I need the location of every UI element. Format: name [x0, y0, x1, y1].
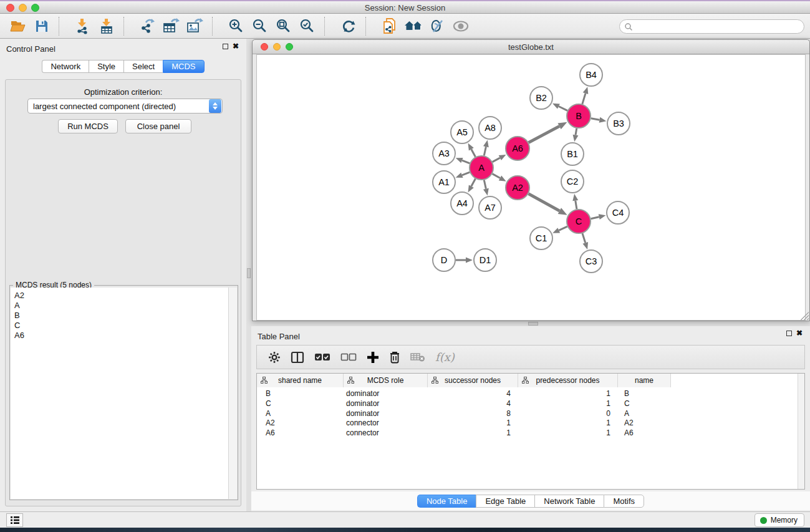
column-header-predecessor-nodes[interactable]: predecessor nodes [518, 374, 618, 387]
edge-A-A7[interactable] [484, 180, 486, 189]
node-B[interactable]: B [567, 104, 591, 128]
node-A7[interactable]: A7 [479, 196, 501, 219]
network-window-titlebar[interactable]: testGlobe.txt [253, 40, 809, 54]
node-C1[interactable]: C1 [530, 227, 552, 249]
cell-MCDS-role[interactable]: dominator [344, 409, 428, 418]
close-panel-icon[interactable]: ✖ [796, 331, 803, 336]
node-A2[interactable]: A2 [506, 176, 529, 200]
column-header-name[interactable]: name [618, 374, 671, 387]
edge-C-C3[interactable] [582, 233, 586, 243]
edge-B-B2[interactable] [559, 106, 567, 110]
zoom-fit-icon[interactable] [272, 16, 296, 36]
cell-shared-name[interactable]: A [257, 409, 344, 418]
tab-node-table[interactable]: Node Table [417, 495, 476, 508]
cell-shared-name[interactable]: C [257, 399, 344, 409]
edge-B-B3[interactable] [591, 118, 600, 120]
node-A3[interactable]: A3 [433, 142, 455, 165]
horizontal-splitter[interactable] [251, 321, 810, 326]
table-row[interactable]: Cdominator41C [257, 399, 671, 409]
run-mcds-button[interactable]: Run MCDS [58, 119, 118, 133]
splitter-handle[interactable] [528, 322, 538, 326]
result-scrollbar[interactable] [229, 288, 237, 499]
node-B3[interactable]: B3 [607, 112, 630, 135]
memory-button[interactable]: Memory [755, 513, 804, 527]
split-columns-icon[interactable] [291, 348, 304, 367]
node-D[interactable]: D [433, 249, 455, 271]
export-image-icon[interactable] [183, 16, 207, 36]
edge-A-A2[interactable] [493, 174, 500, 178]
edge-C-C1[interactable] [559, 226, 567, 230]
node-A8[interactable]: A8 [479, 117, 501, 139]
column-header-shared-name[interactable]: shared name [257, 374, 344, 387]
resize-grip-icon[interactable] [801, 312, 809, 320]
result-item[interactable]: A6 [14, 331, 228, 341]
node-B4[interactable]: B4 [580, 64, 602, 86]
edge-B-B1[interactable] [576, 128, 577, 135]
network-graph[interactable]: AA1A2A3A4A5A6A7A8BB1B2B3B4CC1C2C3C4DD1 [257, 55, 805, 320]
node-B2[interactable]: B2 [530, 87, 552, 109]
apply-layout-icon[interactable] [337, 16, 360, 36]
node-C2[interactable]: C2 [561, 170, 584, 193]
tab-mcds[interactable]: MCDS [163, 60, 204, 73]
edge-C-C4[interactable] [591, 217, 599, 219]
delete-table-icon[interactable] [410, 348, 425, 367]
edge-A2-C[interactable] [529, 194, 560, 211]
cell-name[interactable]: C [618, 399, 671, 409]
cell-predecessor-nodes[interactable]: 1 [518, 399, 618, 409]
splitter-handle[interactable] [247, 268, 251, 278]
cell-name[interactable]: A6 [618, 428, 671, 438]
network-canvas[interactable]: AA1A2A3A4A5A6A7A8BB1B2B3B4CC1C2C3C4DD1 [256, 54, 806, 321]
node-D1[interactable]: D1 [474, 249, 496, 271]
gear-icon[interactable] [268, 348, 281, 367]
tab-network[interactable]: Network [42, 60, 89, 73]
edge-A-A6[interactable] [493, 158, 500, 162]
save-session-icon[interactable] [30, 16, 54, 36]
cell-MCDS-role[interactable]: dominator [344, 399, 428, 409]
table-scrollbar[interactable] [798, 374, 804, 489]
node-A5[interactable]: A5 [451, 121, 473, 143]
node-B1[interactable]: B1 [561, 143, 584, 165]
result-item[interactable]: C [14, 321, 228, 331]
node-A1[interactable]: A1 [433, 171, 455, 193]
deselect-checks-icon[interactable] [340, 348, 357, 367]
show-graphics-icon[interactable] [449, 16, 473, 36]
cell-name[interactable]: A [618, 409, 671, 418]
export-network-icon[interactable] [136, 16, 160, 36]
tab-style[interactable]: Style [89, 60, 123, 73]
cell-MCDS-role[interactable]: dominator [344, 389, 428, 399]
cell-shared-name[interactable]: A2 [257, 418, 344, 428]
result-item[interactable]: A [14, 301, 228, 311]
node-A[interactable]: A [470, 156, 493, 180]
close-panel-icon[interactable]: ✖ [233, 44, 239, 49]
node-A4[interactable]: A4 [451, 192, 473, 215]
cell-successor-nodes[interactable]: 1 [428, 418, 518, 428]
edge-A-A1[interactable] [462, 172, 470, 175]
edge-A-A5[interactable] [471, 149, 476, 157]
float-panel-icon[interactable] [223, 44, 228, 49]
cell-MCDS-role[interactable]: connector [344, 428, 428, 438]
open-file-icon[interactable] [6, 16, 30, 36]
cell-successor-nodes[interactable]: 4 [428, 389, 518, 399]
import-table-icon[interactable] [95, 16, 118, 36]
cell-predecessor-nodes[interactable]: 1 [518, 389, 618, 399]
zoom-out-icon[interactable] [248, 16, 272, 36]
function-builder-icon[interactable]: f(x) [435, 348, 455, 367]
table-row[interactable]: A6connector11A6 [257, 428, 671, 438]
column-header-MCDS-role[interactable]: MCDS role [344, 374, 428, 387]
tab-network-table[interactable]: Network Table [534, 495, 604, 508]
new-network-from-selection-icon[interactable] [378, 16, 402, 36]
edge-A6-B[interactable] [529, 126, 559, 142]
node-C[interactable]: C [567, 210, 591, 233]
tab-edge-table[interactable]: Edge Table [476, 495, 534, 508]
edge-A-A4[interactable] [471, 179, 476, 186]
float-panel-icon[interactable] [786, 331, 792, 336]
table-row[interactable]: Bdominator41B [257, 389, 671, 399]
cell-predecessor-nodes[interactable]: 1 [518, 418, 618, 428]
cell-name[interactable]: A2 [618, 418, 671, 428]
cell-predecessor-nodes[interactable]: 0 [518, 409, 618, 418]
optimization-criterion-select[interactable]: largest connected component (directed) [27, 99, 223, 114]
cell-MCDS-role[interactable]: connector [344, 418, 428, 428]
add-icon[interactable] [367, 348, 379, 367]
select-all-checks-icon[interactable] [314, 348, 330, 367]
edge-A-A3[interactable] [462, 160, 470, 163]
